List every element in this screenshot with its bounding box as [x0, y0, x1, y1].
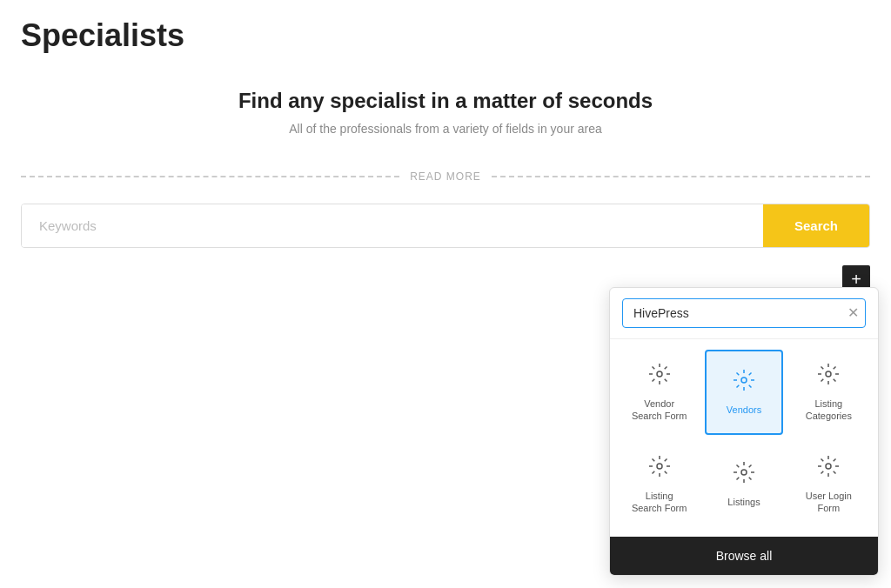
search-input[interactable]	[22, 204, 763, 247]
svg-line-15	[749, 385, 752, 388]
read-more-line-left	[21, 176, 399, 177]
block-picker-search-area: ✕	[610, 288, 878, 339]
svg-point-27	[657, 464, 662, 469]
svg-line-41	[736, 464, 739, 467]
read-more-divider: READ MORE	[21, 170, 870, 183]
svg-point-9	[741, 378, 747, 383]
hero-section: Find any specialist in a matter of secon…	[21, 80, 870, 170]
svg-line-33	[664, 471, 667, 473]
read-more-line-right	[492, 176, 870, 177]
block-label-listing-search-form: Listing Search Form	[629, 490, 689, 515]
block-grid: Vendor Search Form Vendors	[610, 339, 878, 537]
svg-line-17	[736, 385, 739, 388]
svg-line-7	[664, 367, 667, 370]
page-title: Specialists	[21, 17, 870, 54]
svg-line-53	[821, 471, 824, 473]
vendor-search-form-icon	[647, 362, 672, 392]
search-input-wrapper: ✕	[622, 298, 866, 328]
svg-line-52	[834, 458, 836, 461]
block-item-user-login-form[interactable]: User Login Form	[790, 442, 868, 527]
svg-point-18	[826, 371, 831, 377]
svg-point-0	[657, 371, 662, 377]
block-item-listing-search-form[interactable]: Listing Search Form	[620, 442, 698, 527]
block-label-vendors: Vendors	[727, 404, 761, 416]
block-item-vendors[interactable]: Vendors	[705, 350, 782, 435]
svg-line-24	[834, 379, 836, 382]
svg-line-23	[821, 367, 824, 370]
browse-all-button[interactable]: Browse all	[610, 537, 878, 575]
page-container: Specialists Find any specialist in a mat…	[0, 0, 891, 317]
block-item-vendor-search-form[interactable]: Vendor Search Form	[620, 350, 698, 435]
svg-line-6	[664, 379, 667, 382]
block-item-listing-categories[interactable]: Listing Categories	[790, 350, 868, 435]
svg-line-25	[834, 367, 836, 370]
svg-line-42	[749, 477, 752, 479]
hero-heading: Find any specialist in a matter of secon…	[21, 89, 870, 113]
svg-line-26	[821, 379, 824, 382]
block-label-listings: Listings	[727, 496, 760, 508]
block-label-user-login-form: User Login Form	[799, 490, 859, 515]
svg-line-50	[821, 458, 824, 461]
block-label-vendor-search-form: Vendor Search Form	[629, 398, 689, 423]
svg-line-14	[736, 373, 739, 376]
vendors-icon	[732, 368, 756, 398]
svg-line-16	[749, 373, 752, 376]
user-login-form-icon	[816, 454, 841, 484]
search-bar: Search	[21, 204, 870, 248]
listing-categories-icon	[816, 362, 841, 392]
search-button[interactable]: Search	[763, 204, 869, 247]
svg-line-44	[736, 477, 739, 479]
svg-point-45	[826, 464, 831, 469]
block-picker-popup: ✕ Vendor Search Form	[609, 287, 879, 576]
search-clear-button[interactable]: ✕	[847, 306, 859, 320]
svg-line-8	[652, 379, 654, 382]
svg-line-34	[664, 458, 667, 461]
svg-point-36	[741, 470, 747, 475]
listing-search-form-icon	[647, 454, 672, 484]
hero-subtext: All of the professionals from a variety …	[21, 122, 870, 136]
svg-line-51	[834, 471, 836, 473]
svg-line-35	[652, 471, 654, 473]
svg-line-43	[749, 464, 752, 467]
block-picker-search-input[interactable]	[622, 298, 866, 328]
listings-icon	[732, 460, 756, 491]
read-more-label[interactable]: READ MORE	[399, 170, 492, 183]
svg-line-32	[652, 458, 654, 461]
block-item-listings[interactable]: Listings	[705, 442, 782, 527]
svg-line-5	[652, 367, 654, 370]
block-label-listing-categories: Listing Categories	[799, 398, 859, 423]
